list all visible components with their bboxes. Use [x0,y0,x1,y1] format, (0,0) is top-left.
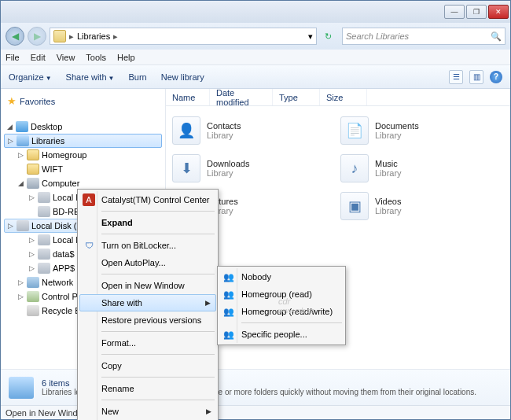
command-bar: Organize▼ Share with▼ Burn New library ☰… [1,65,510,89]
contacts-icon: 👤 [172,116,200,145]
context-menu-disk: ACatalyst(TM) Control Center Expand 🛡Tur… [77,189,219,420]
music-icon: ♪ [340,154,369,182]
libraries-large-icon [9,377,34,399]
disk-icon [38,192,50,203]
ctx-copy[interactable]: Copy [79,357,216,374]
ctx-expand[interactable]: Expand [79,214,216,231]
menu-file[interactable]: File [6,53,20,62]
help-button[interactable]: ? [490,71,502,83]
libraries-icon [17,135,29,146]
control-panel-icon [27,291,39,302]
breadcrumb-libraries[interactable]: Libraries [74,31,113,41]
tree-libraries[interactable]: ▷Libraries [4,134,162,148]
column-headers: Name Date modified Type Size [166,89,510,106]
library-videos[interactable]: ▣VideosLibrary [340,190,504,223]
ctx-restore-versions[interactable]: Restore previous versions [79,311,216,329]
menu-help[interactable]: Help [117,53,135,62]
col-size[interactable]: Size [320,89,367,105]
shield-icon: 🛡 [83,239,95,252]
menu-edit[interactable]: Edit [31,53,46,62]
ctx-catalyst[interactable]: ACatalyst(TM) Control Center [79,191,216,208]
libraries-icon [53,30,66,42]
search-input[interactable]: Search Libraries 🔍 [342,28,505,45]
share-homegroup-read[interactable]: 👥Homegroup (read) [219,286,344,303]
homegroup-icon [27,149,39,160]
submenu-share-with: 👥Nobody 👥Homegroup (read) 👥Homegroup (re… [217,266,346,345]
recycle-bin-icon [27,305,39,316]
library-contacts[interactable]: 👤ContactsLibrary [172,114,336,147]
back-button[interactable]: ◀ [6,27,24,46]
library-documents[interactable]: 📄DocumentsLibrary [340,114,504,147]
tree-desktop[interactable]: ◢Desktop [1,120,165,134]
ctx-open-new-window[interactable]: Open in New Window [79,277,216,294]
documents-icon: 📄 [340,116,369,145]
titlebar: — ❐ ✕ [1,1,510,23]
star-icon: ★ [7,95,17,107]
network-drive-icon [38,263,50,274]
ctx-autoplay[interactable]: Open AutoPlay... [79,254,216,271]
people-icon: 👥 [222,288,235,300]
ctx-format[interactable]: Format... [79,334,216,352]
close-button[interactable]: ✕ [488,5,509,19]
tree-wift[interactable]: WIFT [1,162,165,176]
nav-toolbar: ◀ ▶ ▸ Libraries ▸ ▾ ↻ Search Libraries 🔍 [1,23,510,50]
ctx-rename[interactable]: Rename [79,380,216,397]
refresh-button[interactable]: ↻ [320,31,336,42]
disk-icon [17,220,29,231]
favorites-header[interactable]: ★ Favorites [1,94,165,109]
disk-icon [38,234,50,245]
view-options-button[interactable]: ☰ [449,70,463,84]
col-date[interactable]: Date modified [210,89,273,105]
library-music[interactable]: ♪MusicLibrary [340,152,504,185]
breadcrumb-dropdown[interactable]: ▾ [308,31,313,42]
menu-tools[interactable]: Tools [86,53,106,62]
col-type[interactable]: Type [273,89,320,105]
share-nobody[interactable]: 👥Nobody [219,268,344,286]
submenu-arrow-icon: ▶ [206,407,211,415]
submenu-arrow-icon: ▶ [205,299,211,307]
library-downloads[interactable]: ⬇DownloadsLibrary [172,152,336,185]
share-specific-people[interactable]: 👥Specific people... [219,326,344,343]
maximize-button[interactable]: ❐ [466,5,487,19]
ati-icon: A [83,193,95,206]
people-icon: 👥 [222,305,235,318]
breadcrumb-sep[interactable]: ▸ [113,31,118,42]
user-icon [27,164,39,175]
menu-view[interactable]: View [57,53,75,62]
ctx-bitlocker[interactable]: 🛡Turn on BitLocker... [79,237,216,254]
search-placeholder: Search Libraries [346,31,409,41]
computer-icon [27,178,39,189]
network-icon [27,277,39,288]
network-drive-icon [38,249,50,260]
optical-icon [38,206,50,217]
breadcrumb[interactable]: ▸ Libraries ▸ ▾ [50,28,317,45]
people-icon: 👥 [222,271,235,283]
cmd-new-library[interactable]: New library [161,72,204,82]
ctx-share-with[interactable]: Share with▶ [79,294,216,311]
ctx-new[interactable]: New▶ [79,403,216,420]
status-text: Open in New Window [6,408,89,418]
share-homegroup-readwrite[interactable]: 👥Homegroup (read/write) [219,303,344,320]
cmd-share-with[interactable]: Share with▼ [66,72,115,82]
forward-button[interactable]: ▶ [28,27,46,46]
people-icon: 👥 [222,328,235,341]
minimize-button[interactable]: — [444,5,465,19]
search-icon: 🔍 [491,31,502,42]
col-name[interactable]: Name [166,89,210,105]
videos-icon: ▣ [340,192,369,220]
preview-pane-button[interactable]: ▥ [469,70,483,84]
downloads-icon: ⬇ [172,154,200,182]
cmd-organize[interactable]: Organize▼ [9,72,52,82]
desktop-icon [16,121,28,132]
menu-bar: File Edit View Tools Help [1,50,510,65]
cmd-burn[interactable]: Burn [128,72,146,82]
tree-homegroup[interactable]: ▷Homegroup [1,148,165,162]
